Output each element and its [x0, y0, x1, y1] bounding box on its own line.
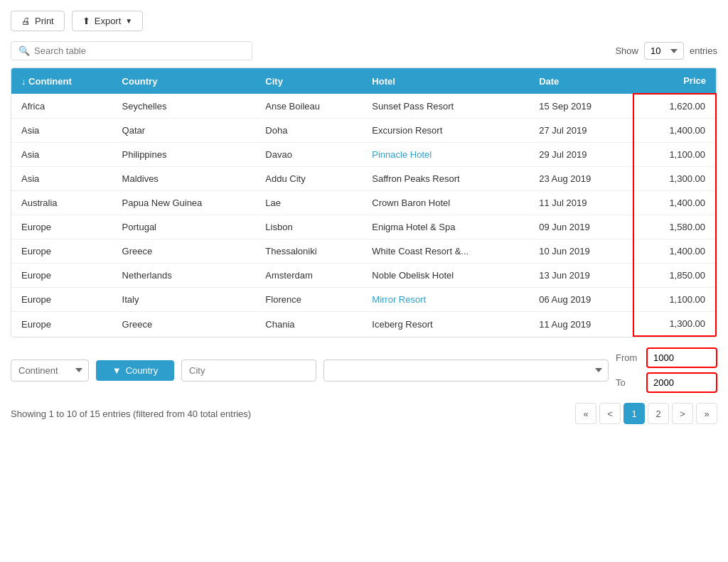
cell-country: Maldives: [112, 167, 256, 191]
continent-filter[interactable]: Continent Africa Asia Australia Europe: [11, 360, 89, 382]
cell-date: 09 Jun 2019: [529, 215, 633, 239]
continent-filter-wrap: Continent Africa Asia Australia Europe: [11, 360, 89, 382]
hotel-name: Sunset Pass Resort: [372, 101, 454, 112]
cell-price: 1,300.00: [633, 312, 716, 337]
table-row: Australia Papua New Guinea Lae Crown Bar…: [11, 191, 716, 215]
search-input[interactable]: [34, 45, 245, 56]
cell-date: 11 Jul 2019: [529, 191, 633, 215]
table-row: Europe Netherlands Amsterdam Noble Obeli…: [11, 264, 716, 288]
table-row: Asia Maldives Addu City Saffron Peaks Re…: [11, 167, 716, 191]
hotel-name: Noble Obelisk Hotel: [372, 270, 454, 281]
cell-continent: Europe: [11, 264, 112, 288]
print-button[interactable]: 🖨 Print: [11, 11, 65, 31]
export-button[interactable]: ⬆ Export ▼: [72, 11, 143, 31]
to-label: To: [616, 377, 641, 388]
cell-hotel: Crown Baron Hotel: [362, 191, 529, 215]
hotel-name: Crown Baron Hotel: [372, 198, 450, 208]
table-row: Europe Greece Thessaloniki White Coast R…: [11, 239, 716, 264]
cell-continent: Australia: [11, 191, 112, 215]
cell-country: Netherlands: [112, 264, 256, 288]
cell-date: 15 Sep 2019: [529, 94, 633, 119]
cell-hotel: Pinnacle Hotel: [362, 143, 529, 167]
cell-date: 29 Jul 2019: [529, 143, 633, 167]
hotel-link[interactable]: Mirror Resort: [372, 294, 426, 305]
city-filter-input[interactable]: [181, 360, 316, 382]
cell-country: Seychelles: [112, 94, 256, 119]
pagination-next[interactable]: >: [672, 403, 693, 424]
cell-date: 23 Aug 2019: [529, 167, 633, 191]
cell-date: 10 Jun 2019: [529, 239, 633, 264]
cell-continent: Africa: [11, 94, 112, 119]
cell-date: 11 Aug 2019: [529, 312, 633, 337]
price-to-input[interactable]: [646, 372, 717, 393]
cell-city: Florence: [255, 288, 362, 312]
cell-city: Thessaloniki: [255, 239, 362, 264]
cell-date: 27 Jul 2019: [529, 119, 633, 143]
cell-country: Italy: [112, 288, 256, 312]
entries-per-page-select[interactable]: 10 25 50 100: [644, 42, 684, 60]
hotel-name: Iceberg Resort: [372, 319, 432, 330]
table-row: Africa Seychelles Anse Boileau Sunset Pa…: [11, 94, 716, 119]
hotel-name: Enigma Hotel & Spa: [372, 222, 455, 232]
print-icon: 🖨: [21, 16, 31, 26]
hotel-link[interactable]: Pinnacle Hotel: [372, 149, 432, 160]
col-country[interactable]: Country: [112, 68, 256, 94]
cell-hotel: Noble Obelisk Hotel: [362, 264, 529, 288]
col-price[interactable]: Price: [633, 68, 716, 94]
cell-hotel: Enigma Hotel & Spa: [362, 215, 529, 239]
cell-city: Lae: [255, 191, 362, 215]
print-label: Print: [35, 16, 54, 26]
cell-price: 1,300.00: [633, 167, 716, 191]
hotel-filter[interactable]: [323, 360, 609, 382]
cell-hotel: Iceberg Resort: [362, 312, 529, 337]
cell-date: 06 Aug 2019: [529, 288, 633, 312]
pagination-prev[interactable]: <: [599, 403, 621, 424]
cell-continent: Europe: [11, 312, 112, 337]
cell-continent: Europe: [11, 288, 112, 312]
pagination-page-2[interactable]: 2: [648, 403, 669, 424]
col-continent[interactable]: ↓ Continent: [11, 68, 112, 94]
cell-city: Davao: [255, 143, 362, 167]
col-hotel[interactable]: Hotel: [362, 68, 529, 94]
col-city[interactable]: City: [255, 68, 362, 94]
table-row: Europe Italy Florence Mirror Resort 06 A…: [11, 288, 716, 312]
toolbar: 🖨 Print ⬆ Export ▼: [11, 11, 717, 31]
price-from-input[interactable]: [646, 347, 717, 368]
cell-price: 1,100.00: [633, 288, 716, 312]
table-row: Europe Portugal Lisbon Enigma Hotel & Sp…: [11, 215, 716, 239]
pagination-first[interactable]: «: [575, 403, 596, 424]
cell-continent: Asia: [11, 119, 112, 143]
cell-price: 1,400.00: [633, 119, 716, 143]
price-to-row: To: [616, 372, 717, 393]
cell-country: Philippines: [112, 143, 256, 167]
cell-price: 1,100.00: [633, 143, 716, 167]
table-header-row: ↓ Continent Country City Hotel Date Pric…: [11, 68, 716, 94]
hotel-name: Saffron Peaks Resort: [372, 173, 459, 184]
pagination-last[interactable]: »: [696, 403, 717, 424]
cell-city: Lisbon: [255, 215, 362, 239]
table-row: Asia Philippines Davao Pinnacle Hotel 29…: [11, 143, 716, 167]
pagination-page-1[interactable]: 1: [623, 403, 645, 424]
cell-hotel: Mirror Resort: [362, 288, 529, 312]
col-date[interactable]: Date: [529, 68, 633, 94]
cell-date: 13 Jun 2019: [529, 264, 633, 288]
show-wrap: Show 10 25 50 100 entries: [615, 42, 717, 60]
cell-city: Addu City: [255, 167, 362, 191]
hotel-name: Excursion Resort: [372, 125, 442, 136]
data-table: ↓ Continent Country City Hotel Date Pric…: [11, 67, 717, 337]
cell-country: Papua New Guinea: [112, 191, 256, 215]
cell-price: 1,580.00: [633, 215, 716, 239]
cell-city: Doha: [255, 119, 362, 143]
hotel-name: White Coast Resort &...: [372, 246, 469, 256]
pagination: « < 1 2 > »: [575, 403, 717, 424]
cell-city: Anse Boileau: [255, 94, 362, 119]
showing-text: Showing 1 to 10 of 15 entries (filtered …: [11, 409, 251, 419]
filter-row: Continent Africa Asia Australia Europe ▼…: [11, 347, 717, 393]
price-from-row: From: [616, 347, 717, 368]
cell-price: 1,400.00: [633, 191, 716, 215]
cell-price: 1,620.00: [633, 94, 716, 119]
country-filter-button[interactable]: ▼ Country: [96, 360, 174, 381]
cell-hotel: White Coast Resort &...: [362, 239, 529, 264]
cell-continent: Europe: [11, 215, 112, 239]
cell-continent: Europe: [11, 239, 112, 264]
